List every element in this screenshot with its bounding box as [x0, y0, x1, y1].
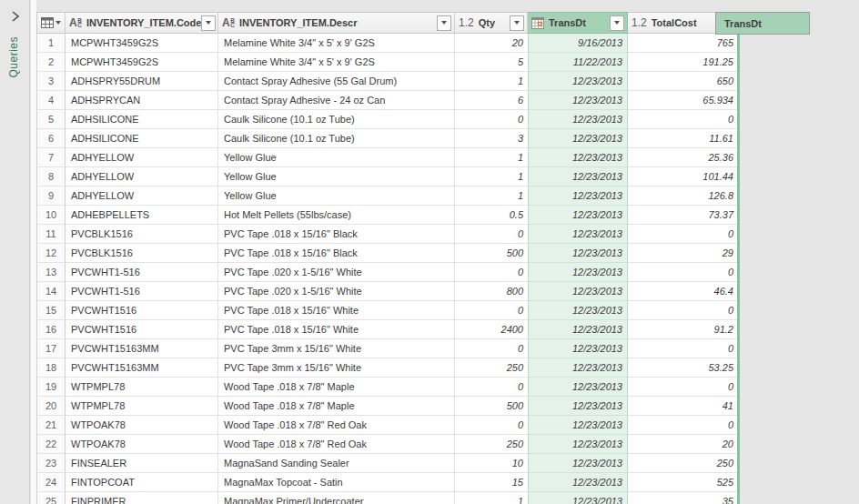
expand-queries-pane-button[interactable]: [8, 9, 23, 24]
number-type-icon[interactable]: 1.2: [632, 16, 647, 29]
cell-code[interactable]: FINPRIMER: [66, 492, 218, 504]
cell-transdt[interactable]: 12/23/2013: [528, 358, 628, 378]
cell-totalcost[interactable]: 73.37: [628, 206, 739, 225]
cell-totalcost[interactable]: 765: [628, 34, 739, 53]
cell-transdt[interactable]: 12/23/2013: [528, 148, 628, 167]
column-header-code[interactable]: ABC INVENTORY_ITEM.Code: [66, 12, 218, 34]
cell-code[interactable]: ADHSILICONE: [66, 129, 218, 148]
cell-code[interactable]: PVCWHT1-516: [66, 263, 218, 282]
cell-rownum[interactable]: 18: [36, 358, 66, 378]
cell-totalcost[interactable]: 650: [628, 72, 739, 91]
cell-rownum[interactable]: 22: [36, 435, 66, 454]
cell-transdt[interactable]: 12/23/2013: [528, 186, 628, 206]
cell-descr[interactable]: Yellow Glue: [218, 167, 455, 186]
cell-qty[interactable]: 2400: [455, 320, 528, 339]
cell-totalcost[interactable]: 20: [628, 435, 739, 454]
cell-totalcost[interactable]: 250: [628, 454, 739, 473]
cell-qty[interactable]: 0: [455, 110, 528, 129]
cell-rownum[interactable]: 12: [36, 244, 66, 263]
cell-transdt[interactable]: 12/23/2013: [528, 492, 628, 504]
cell-code[interactable]: ADHYELLOW: [66, 148, 218, 167]
cell-descr[interactable]: Melamine White 3/4" x 5' x 9' G2S: [218, 53, 455, 72]
column-header-qty[interactable]: 1.2 Qty: [455, 12, 528, 34]
cell-transdt[interactable]: 12/23/2013: [528, 91, 628, 110]
cell-rownum[interactable]: 16: [36, 320, 66, 339]
cell-code[interactable]: FINSEALER: [66, 454, 218, 473]
cell-qty[interactable]: 10: [455, 454, 528, 473]
cell-totalcost[interactable]: 101.44: [628, 167, 739, 186]
cell-transdt[interactable]: 9/16/2013: [528, 34, 628, 53]
cell-rownum[interactable]: 20: [36, 397, 66, 416]
cell-qty[interactable]: 1: [455, 148, 528, 167]
cell-transdt[interactable]: 12/23/2013: [528, 301, 628, 320]
cell-rownum[interactable]: 13: [36, 263, 66, 282]
cell-descr[interactable]: Yellow Glue: [218, 186, 455, 206]
cell-qty[interactable]: 0: [455, 416, 528, 435]
cell-qty[interactable]: 0: [455, 339, 528, 358]
cell-code[interactable]: ADHYELLOW: [66, 186, 218, 206]
text-type-icon[interactable]: ABC: [222, 18, 235, 28]
cell-qty[interactable]: 1: [455, 492, 528, 504]
cell-descr[interactable]: Caulk Silicone (10.1 oz Tube): [218, 110, 455, 129]
cell-code[interactable]: PVCBLK1516: [66, 225, 218, 244]
cell-rownum[interactable]: 15: [36, 301, 66, 320]
cell-transdt[interactable]: 12/23/2013: [528, 454, 628, 473]
cell-transdt[interactable]: 12/23/2013: [528, 282, 628, 301]
cell-qty[interactable]: 0: [455, 301, 528, 320]
cell-rownum[interactable]: 11: [36, 225, 66, 244]
cell-totalcost[interactable]: 0: [628, 378, 739, 397]
cell-qty[interactable]: 500: [455, 244, 528, 263]
cell-totalcost[interactable]: 0: [628, 263, 739, 282]
cell-qty[interactable]: 0.5: [455, 206, 528, 225]
cell-totalcost[interactable]: 41: [628, 397, 739, 416]
cell-qty[interactable]: 20: [455, 34, 528, 53]
cell-transdt[interactable]: 12/23/2013: [528, 320, 628, 339]
cell-rownum[interactable]: 17: [36, 339, 66, 358]
cell-rownum[interactable]: 2: [36, 53, 66, 72]
cell-totalcost[interactable]: 46.4: [628, 282, 739, 301]
cell-qty[interactable]: 1: [455, 72, 528, 91]
cell-totalcost[interactable]: 126.8: [628, 186, 739, 206]
cell-transdt[interactable]: 12/23/2013: [528, 244, 628, 263]
cell-rownum[interactable]: 3: [36, 72, 66, 91]
cell-rownum[interactable]: 8: [36, 167, 66, 186]
column-header-descr[interactable]: ABC INVENTORY_ITEM.Descr: [218, 12, 455, 34]
cell-rownum[interactable]: 23: [36, 454, 66, 473]
cell-code[interactable]: ADHSPRYCAN: [66, 91, 218, 110]
cell-transdt[interactable]: 12/23/2013: [528, 473, 628, 492]
cell-descr[interactable]: MagnaMax Topcoat - Satin: [218, 473, 455, 492]
cell-transdt[interactable]: 12/23/2013: [528, 378, 628, 397]
cell-qty[interactable]: 1: [455, 186, 528, 206]
cell-descr[interactable]: PVC Tape .018 x 15/16" Black: [218, 244, 455, 263]
number-type-icon[interactable]: 1.2: [459, 16, 474, 29]
cell-rownum[interactable]: 14: [36, 282, 66, 301]
cell-rownum[interactable]: 1: [36, 34, 66, 53]
column-header-transdt-selected[interactable]: TransDt: [528, 12, 628, 34]
cell-transdt[interactable]: 11/22/2013: [528, 53, 628, 72]
cell-code[interactable]: PVCWHT1516: [66, 301, 218, 320]
cell-transdt[interactable]: 12/23/2013: [528, 110, 628, 129]
cell-code[interactable]: WTPOAK78: [66, 416, 218, 435]
cell-qty[interactable]: 15: [455, 473, 528, 492]
cell-descr[interactable]: PVC Tape .018 x 15/16" Black: [218, 225, 455, 244]
cell-code[interactable]: PVCWHT15163MM: [66, 339, 218, 358]
cell-code[interactable]: ADHSPRY55DRUM: [66, 72, 218, 91]
cell-transdt[interactable]: 12/23/2013: [528, 339, 628, 358]
cell-code[interactable]: PVCWHT15163MM: [66, 358, 218, 378]
cell-totalcost[interactable]: 11.61: [628, 129, 739, 148]
cell-rownum[interactable]: 5: [36, 110, 66, 129]
cell-rownum[interactable]: 7: [36, 148, 66, 167]
cell-code[interactable]: ADHYELLOW: [66, 167, 218, 186]
cell-totalcost[interactable]: 0: [628, 339, 739, 358]
cell-totalcost[interactable]: 29: [628, 244, 739, 263]
cell-qty[interactable]: 250: [455, 435, 528, 454]
cell-descr[interactable]: Caulk Silicone (10.1 oz Tube): [218, 129, 455, 148]
cell-qty[interactable]: 6: [455, 91, 528, 110]
cell-code[interactable]: PVCWHT1-516: [66, 282, 218, 301]
cell-qty[interactable]: 0: [455, 225, 528, 244]
cell-rownum[interactable]: 21: [36, 416, 66, 435]
cell-qty[interactable]: 0: [455, 263, 528, 282]
cell-rownum[interactable]: 6: [36, 129, 66, 148]
cell-qty[interactable]: 500: [455, 397, 528, 416]
cell-descr[interactable]: Contact Spray Adhesive (55 Gal Drum): [218, 72, 455, 91]
